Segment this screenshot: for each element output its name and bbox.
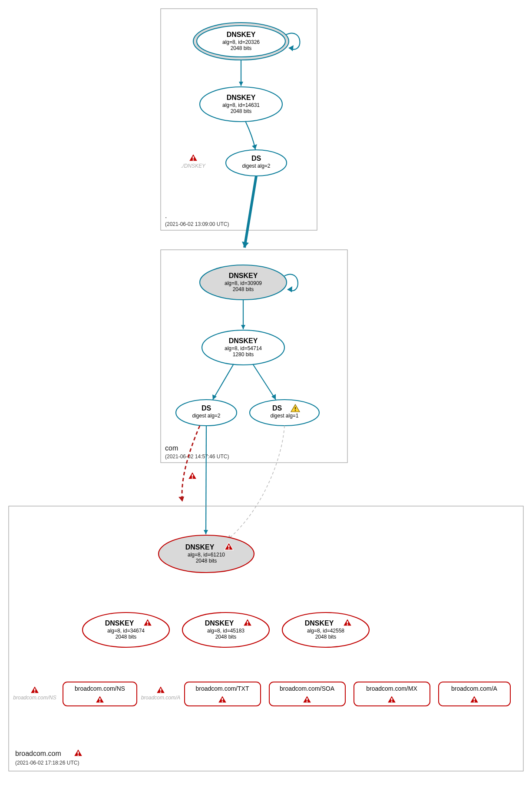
error-icon (188, 472, 197, 479)
error-icon (189, 154, 198, 161)
svg-text:2048 bits: 2048 bits (215, 634, 237, 640)
zone-broadcom-time: (2021-06-02 17:18:26 UTC) (15, 760, 79, 766)
error-icon (156, 686, 165, 693)
svg-text:2048 bits: 2048 bits (196, 558, 217, 564)
node-root-missing-dnskey: ./DNSKEY (181, 154, 206, 169)
dnssec-diagram: . (2021-06-02 13:09:00 UTC) DNSKEY alg=8… (0, 0, 532, 798)
svg-text:2048 bits: 2048 bits (231, 108, 252, 114)
rrset-mx[interactable]: broadcom.com/MX (354, 682, 430, 706)
svg-text:DNSKEY: DNSKEY (105, 619, 134, 627)
svg-text:broadcom.com/TXT: broadcom.com/TXT (196, 685, 249, 692)
svg-text:alg=8, id=45183: alg=8, id=45183 (207, 628, 245, 634)
node-broadcom-k1[interactable]: DNSKEY alg=8, id=34674 2048 bits (83, 613, 169, 647)
zone-broadcom-name: broadcom.com (15, 750, 61, 757)
svg-marker-42 (178, 497, 184, 502)
node-root-ksk[interactable]: DNSKEY alg=8, id=20326 2048 bits (193, 23, 289, 60)
svg-text:DNSKEY: DNSKEY (227, 94, 256, 101)
zone-root-time: (2021-06-02 13:09:00 UTC) (165, 221, 229, 227)
svg-text:broadcom.com/SOA: broadcom.com/SOA (280, 685, 335, 692)
svg-text:2048 bits: 2048 bits (233, 286, 254, 292)
svg-text:alg=8, id=61210: alg=8, id=61210 (188, 552, 225, 558)
node-broadcom-k2[interactable]: DNSKEY alg=8, id=45183 2048 bits (182, 613, 269, 647)
svg-text:broadcom.com/NS: broadcom.com/NS (13, 695, 56, 701)
node-broadcom-k3[interactable]: DNSKEY alg=8, id=42558 2048 bits (282, 613, 369, 647)
svg-text:alg=8, id=42558: alg=8, id=42558 (307, 628, 344, 634)
node-com-ksk[interactable]: DNSKEY alg=8, id=30909 2048 bits (200, 265, 287, 300)
node-root-zsk[interactable]: DNSKEY alg=8, id=14631 2048 bits (200, 87, 282, 122)
rrset-a[interactable]: broadcom.com/A (439, 682, 510, 706)
svg-text:2048 bits: 2048 bits (315, 634, 337, 640)
rrset-ns[interactable]: broadcom.com/NS (63, 682, 137, 706)
zone-broadcom: broadcom.com (2021-06-02 17:18:26 UTC) D… (9, 506, 523, 771)
rrset-soa[interactable]: broadcom.com/SOA (269, 682, 345, 706)
svg-marker-40 (271, 394, 276, 400)
zone-root-name: . (165, 212, 167, 219)
error-icon (74, 749, 83, 756)
svg-rect-44 (9, 506, 523, 771)
svg-text:broadcom.com/NS: broadcom.com/NS (75, 685, 125, 692)
node-broadcom-faded-ns: broadcom.com/NS (13, 686, 56, 701)
svg-text:DNSKEY: DNSKEY (305, 619, 334, 627)
svg-text:broadcom.com/A: broadcom.com/A (141, 695, 181, 701)
node-com-ds1[interactable]: DS digest alg=2 (176, 400, 237, 426)
svg-text:DS: DS (202, 404, 211, 412)
svg-text:1280 bits: 1280 bits (233, 351, 254, 358)
svg-text:DNSKEY: DNSKEY (185, 543, 215, 551)
svg-text:DS: DS (272, 404, 282, 412)
node-com-ds2[interactable]: DS digest alg=1 (250, 400, 319, 426)
svg-marker-32 (241, 325, 245, 329)
svg-marker-15 (239, 82, 243, 86)
svg-marker-41 (204, 530, 208, 534)
svg-text:alg=8, id=34674: alg=8, id=34674 (107, 628, 145, 634)
svg-text:2048 bits: 2048 bits (116, 634, 137, 640)
svg-text:alg=8, id=20326: alg=8, id=20326 (222, 39, 260, 45)
zone-com-time: (2021-06-02 14:57:46 UTC) (165, 454, 229, 460)
node-root-ds[interactable]: DS digest alg=2 (226, 150, 287, 176)
zone-com: com (2021-06-02 14:57:46 UTC) DNSKEY alg… (161, 250, 347, 463)
error-icon (30, 686, 39, 693)
svg-text:broadcom.com/A: broadcom.com/A (451, 685, 497, 692)
svg-text:digest alg=2: digest alg=2 (242, 163, 270, 169)
svg-text:DNSKEY: DNSKEY (229, 337, 258, 344)
svg-text:DNSKEY: DNSKEY (227, 31, 256, 38)
svg-text:2048 bits: 2048 bits (231, 45, 252, 51)
zone-root: . (2021-06-02 13:09:00 UTC) DNSKEY alg=8… (161, 9, 317, 248)
svg-text:digest alg=2: digest alg=2 (192, 413, 220, 419)
svg-text:digest alg=1: digest alg=1 (270, 413, 298, 419)
svg-text:DNSKEY: DNSKEY (229, 272, 258, 279)
svg-text:DS: DS (251, 155, 261, 162)
svg-text:broadcom.com/MX: broadcom.com/MX (366, 685, 417, 692)
rrset-txt[interactable]: broadcom.com/TXT (185, 682, 261, 706)
svg-text:DNSKEY: DNSKEY (205, 619, 234, 627)
zone-com-name: com (165, 444, 178, 452)
svg-marker-10 (289, 45, 294, 51)
svg-text:alg=8, id=54714: alg=8, id=54714 (225, 345, 262, 351)
svg-text:alg=8, id=30909: alg=8, id=30909 (225, 280, 262, 286)
node-broadcom-faded-a: broadcom.com/A (141, 686, 181, 701)
svg-marker-39 (212, 394, 217, 400)
node-broadcom-ksk[interactable]: DNSKEY alg=8, id=61210 2048 bits (159, 535, 254, 573)
svg-text:./DNSKEY: ./DNSKEY (181, 163, 206, 169)
svg-marker-27 (287, 286, 292, 292)
node-com-zsk[interactable]: DNSKEY alg=8, id=54714 1280 bits (202, 330, 284, 365)
svg-text:alg=8, id=14631: alg=8, id=14631 (222, 102, 260, 108)
